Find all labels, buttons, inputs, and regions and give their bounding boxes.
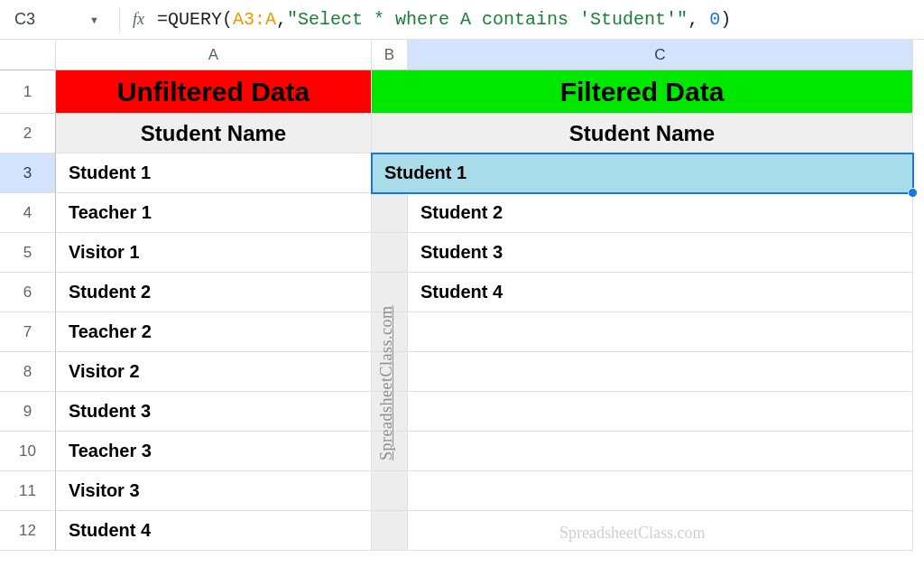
formula-range: A3:A (233, 9, 276, 30)
cell-a1[interactable]: Unfiltered Data (56, 70, 372, 114)
cell-a12[interactable]: Student 4 (56, 511, 372, 551)
cell-value: Student 4 (69, 520, 151, 541)
cell-a5[interactable]: Visitor 1 (56, 233, 372, 273)
cell-b10[interactable] (372, 432, 408, 471)
cell-value: Teacher 1 (69, 202, 152, 223)
row-header-4[interactable]: 4 (0, 193, 56, 233)
formula-bar: C3 ▼ fx =QUERY(A3:A,"Select * where A co… (0, 0, 924, 40)
row-header-8[interactable]: 8 (0, 352, 56, 392)
name-box-value: C3 (14, 10, 35, 29)
cell-a10[interactable]: Teacher 3 (56, 432, 372, 471)
fx-icon: fx (133, 10, 144, 29)
col-header-b[interactable]: B (372, 40, 408, 70)
formula-query: "Select * where A contains 'Student'" (287, 9, 688, 30)
cell-a2[interactable]: Student Name (56, 114, 372, 153)
cell-c2[interactable]: Student Name (372, 114, 913, 153)
col-header-a[interactable]: A (56, 40, 372, 70)
formula-suffix: ) (720, 9, 731, 30)
cell-c6[interactable]: Student 4 (408, 273, 913, 312)
cell-c10[interactable] (408, 432, 913, 471)
cell-c12[interactable] (408, 511, 913, 551)
cell-c5[interactable]: Student 3 (408, 233, 913, 273)
cell-c4[interactable]: Student 2 (408, 193, 913, 233)
select-all-corner[interactable] (0, 40, 56, 70)
cell-value: Visitor 3 (69, 480, 140, 501)
row-header-1[interactable]: 1 (0, 70, 56, 114)
cell-value: Student 2 (69, 282, 151, 302)
cell-b6[interactable] (372, 273, 408, 312)
cell-c8[interactable] (408, 352, 913, 392)
cell-b12[interactable] (372, 511, 408, 551)
spreadsheet-grid: A B C 1 Unfiltered Data Filtered Data 2 … (0, 40, 924, 551)
selection-handle[interactable] (908, 188, 918, 198)
filtered-title: Filtered Data (560, 77, 725, 107)
formula-arg3: 0 (709, 9, 720, 30)
cell-c7[interactable] (408, 312, 913, 352)
row-header-12[interactable]: 12 (0, 511, 56, 551)
row-header-5[interactable]: 5 (0, 233, 56, 273)
unfiltered-title: Unfiltered Data (117, 77, 310, 107)
cell-b9[interactable] (372, 392, 408, 432)
cell-b8[interactable] (372, 352, 408, 392)
cell-value: Teacher 3 (69, 441, 152, 461)
divider (119, 8, 120, 32)
cell-b4[interactable] (372, 193, 408, 233)
name-box[interactable]: C3 ▼ (7, 6, 106, 33)
cell-c1[interactable]: Filtered Data (372, 70, 913, 114)
formula-comma1: , (276, 9, 287, 30)
formula-comma2: , (688, 9, 709, 30)
row-header-2[interactable]: 2 (0, 114, 56, 153)
row-header-6[interactable]: 6 (0, 273, 56, 312)
subhead-a: Student Name (141, 121, 286, 146)
cell-a4[interactable]: Teacher 1 (56, 193, 372, 233)
subhead-c: Student Name (569, 121, 715, 146)
cell-c11[interactable] (408, 471, 913, 511)
row-header-11[interactable]: 11 (0, 471, 56, 511)
row-header-9[interactable]: 9 (0, 392, 56, 432)
col-header-c[interactable]: C (408, 40, 913, 70)
formula-input[interactable]: =QUERY(A3:A,"Select * where A contains '… (157, 9, 917, 30)
cell-a11[interactable]: Visitor 3 (56, 471, 372, 511)
cell-c9[interactable] (408, 392, 913, 432)
cell-value: Visitor 2 (69, 361, 140, 382)
cell-b7[interactable] (372, 312, 408, 352)
row-header-10[interactable]: 10 (0, 432, 56, 471)
cell-value: Teacher 2 (69, 321, 152, 342)
cell-a7[interactable]: Teacher 2 (56, 312, 372, 352)
cell-value: Student 2 (420, 202, 503, 223)
cell-a3[interactable]: Student 1 (56, 153, 372, 193)
cell-value: Student 3 (420, 242, 503, 263)
row-header-7[interactable]: 7 (0, 312, 56, 352)
chevron-down-icon[interactable]: ▼ (89, 14, 99, 25)
cell-c3[interactable]: Student 1 (372, 153, 913, 193)
cell-value: Student 4 (420, 282, 503, 302)
row-header-3[interactable]: 3 (0, 153, 56, 193)
cell-value: Student 3 (69, 401, 151, 422)
formula-prefix: =QUERY( (157, 9, 233, 30)
cell-value: Student 1 (384, 163, 467, 183)
cell-a8[interactable]: Visitor 2 (56, 352, 372, 392)
cell-b5[interactable] (372, 233, 408, 273)
cell-value: Visitor 1 (69, 242, 140, 263)
cell-b11[interactable] (372, 471, 408, 511)
cell-value: Student 1 (69, 163, 151, 183)
cell-a6[interactable]: Student 2 (56, 273, 372, 312)
cell-a9[interactable]: Student 3 (56, 392, 372, 432)
